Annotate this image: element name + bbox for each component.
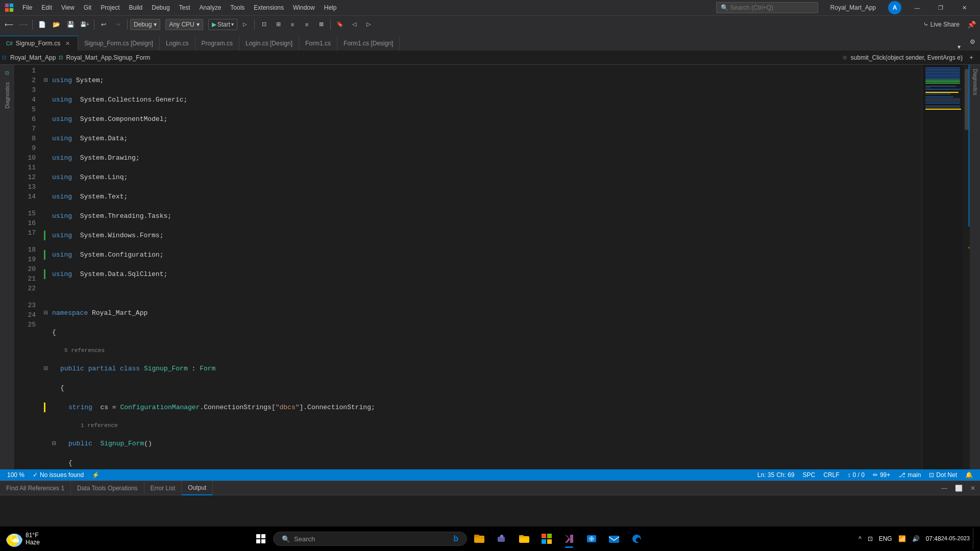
show-desktop-button[interactable] <box>973 529 976 549</box>
toolbar-extra-4[interactable]: ≡ <box>300 18 313 31</box>
tab-signup-form-design[interactable]: Signup_Form.cs [Design] <box>78 36 160 51</box>
maximize-button[interactable]: ❐ <box>929 0 952 15</box>
save-button[interactable]: 💾 <box>64 18 77 31</box>
toolbar-extra-3[interactable]: ≡ <box>286 18 299 31</box>
weather-widget[interactable]: 🌤 81°F Haze <box>0 531 46 547</box>
diagnostics-label[interactable]: Diagnostics <box>972 67 978 97</box>
tab-close-signup[interactable]: ✕ <box>63 39 71 47</box>
taskbar-app-edge[interactable] <box>626 529 647 549</box>
output-maximize-button[interactable]: ⬜ <box>951 481 966 495</box>
menu-analyze[interactable]: Analyze <box>195 2 226 13</box>
menu-debug[interactable]: Debug <box>148 2 174 13</box>
new-file-button[interactable]: 📄 <box>35 18 48 31</box>
tab-program-cs[interactable]: Program.cs <box>195 36 239 51</box>
menu-edit[interactable]: Edit <box>37 2 56 13</box>
bookmark-prev-button[interactable]: ◁ <box>348 18 361 31</box>
tab-form1-design[interactable]: Form1.cs [Design] <box>337 36 400 51</box>
platform-dropdown[interactable]: Any CPU ▾ <box>165 19 203 30</box>
menu-help[interactable]: Help <box>320 2 341 13</box>
menu-window[interactable]: Window <box>289 2 319 13</box>
tray-chevron[interactable]: ^ <box>855 529 865 549</box>
method-breadcrumb[interactable]: submit_Click(object sender, EventArgs e) <box>849 53 965 62</box>
menu-project[interactable]: Project <box>96 2 124 13</box>
menu-test[interactable]: Test <box>175 2 194 13</box>
tray-clock[interactable]: 07:48 24-05-2023 <box>923 529 973 549</box>
redo-button[interactable]: ↪ <box>111 18 125 31</box>
taskbar-app-file-manager[interactable] <box>469 529 489 549</box>
line-ending-status[interactable]: CRLF <box>820 469 842 481</box>
save-all-button[interactable]: 💾+ <box>78 18 91 31</box>
collapse-13[interactable]: ⊟ <box>44 308 52 318</box>
toolbar-pin-button[interactable]: 📌 <box>965 18 978 31</box>
debug-step-over-button[interactable]: ▷ <box>238 18 252 31</box>
namespace-breadcrumb[interactable]: Royal_Mart_App.Signup_Form <box>64 53 152 62</box>
line-col-status[interactable]: Ln: 35 Ch: 69 <box>754 469 798 481</box>
bookmark-next-button[interactable]: ▷ <box>362 18 375 31</box>
scrollbar[interactable] <box>963 65 970 469</box>
user-avatar[interactable]: A <box>888 1 901 14</box>
collapse-1[interactable]: ⊟ <box>44 76 52 85</box>
menu-git[interactable]: Git <box>80 2 95 13</box>
bookmark-button[interactable]: 🔖 <box>333 18 347 31</box>
taskbar-app-teams[interactable] <box>492 529 512 549</box>
output-close-button[interactable]: — <box>937 481 951 495</box>
code-line-4: using System.Data; <box>44 134 918 143</box>
taskbar-app-store[interactable] <box>536 529 557 549</box>
live-share-button[interactable]: ⤷ Live Share <box>919 20 964 29</box>
taskbar-app-folder[interactable] <box>514 529 534 549</box>
tab-form1-cs[interactable]: Form1.cs <box>299 36 337 51</box>
taskbar-app-mail[interactable] <box>604 529 624 549</box>
branch-status[interactable]: ⎇ main <box>895 469 924 481</box>
project-breadcrumb[interactable]: Royal_Mart_App <box>8 53 58 62</box>
tray-action-center[interactable]: ⊡ <box>865 529 876 549</box>
taskbar-search-box[interactable]: 🔍 Search b <box>273 532 467 546</box>
minimize-button[interactable]: — <box>905 0 929 15</box>
errors-status[interactable]: ↕ 0 / 0 <box>845 469 868 481</box>
code-content[interactable]: ⊟using System; using System.Collections.… <box>40 65 922 469</box>
error-nav-status[interactable]: ⚡ <box>89 469 103 481</box>
tray-volume[interactable]: 🔊 <box>909 529 923 549</box>
notification-status[interactable]: 🔔 <box>962 469 976 481</box>
zoom-status[interactable]: 100 % <box>4 469 28 481</box>
collapse-18[interactable]: ⊟ <box>52 439 60 448</box>
taskbar-app-vs[interactable] <box>559 529 579 549</box>
config-dropdown[interactable]: Debug ▾ <box>130 19 160 30</box>
tray-language[interactable]: ENG <box>876 529 895 549</box>
tray-wifi[interactable]: 📶 <box>895 529 909 549</box>
output-tab-output[interactable]: Output <box>182 481 213 495</box>
breakpoint-icon[interactable]: ⊡ <box>1 67 13 79</box>
start-button[interactable]: ▶ Start ▾ <box>208 19 237 30</box>
menu-view[interactable]: View <box>57 2 79 13</box>
menu-extensions[interactable]: Extensions <box>250 2 288 13</box>
toolbar-extra-2[interactable]: ⊞ <box>272 18 285 31</box>
changes-status[interactable]: ✏ 99+ <box>870 469 893 481</box>
title-search-box[interactable]: 🔍 <box>716 2 818 13</box>
tab-login-design[interactable]: Login.cs [Design] <box>239 36 299 51</box>
undo-button[interactable]: ↩ <box>97 18 110 31</box>
menu-file[interactable]: File <box>18 2 36 13</box>
taskbar-app-explorer[interactable] <box>581 529 602 549</box>
toolbar-extra-1[interactable]: ⊡ <box>257 18 271 31</box>
encoding-status[interactable]: SPC <box>800 469 819 481</box>
dotnet-status[interactable]: ⊡ Dot Net <box>926 469 960 481</box>
add-tab-button[interactable]: + <box>965 51 978 65</box>
back-button[interactable]: ⟵ <box>2 18 15 31</box>
output-tab-error-list[interactable]: Error List <box>144 481 182 495</box>
toolbar-extra-5[interactable]: ⊠ <box>314 18 328 31</box>
close-button[interactable]: ✕ <box>952 0 976 15</box>
no-issues-status[interactable]: ✓ No issues found <box>30 469 87 481</box>
tab-settings-button[interactable]: ⚙ <box>965 33 980 51</box>
output-tab-data-tools[interactable]: Data Tools Operations <box>71 481 144 495</box>
title-search-input[interactable] <box>730 4 802 11</box>
tab-overflow-button[interactable]: ▾ <box>953 43 965 51</box>
tab-login-cs[interactable]: Login.cs <box>160 36 195 51</box>
output-panel-close-button[interactable]: ✕ <box>966 481 980 495</box>
open-button[interactable]: 📂 <box>50 18 63 31</box>
collapse-15[interactable]: ⊟ <box>44 364 52 373</box>
output-tab-find-refs[interactable]: Find All References 1 <box>0 481 71 495</box>
menu-build[interactable]: Build <box>125 2 147 13</box>
windows-start-button[interactable] <box>251 529 271 549</box>
menu-tools[interactable]: Tools <box>226 2 249 13</box>
tab-signup-form-cs[interactable]: C# Signup_Form.cs ✕ <box>0 36 78 51</box>
forward-button[interactable]: ⟶ <box>16 18 30 31</box>
